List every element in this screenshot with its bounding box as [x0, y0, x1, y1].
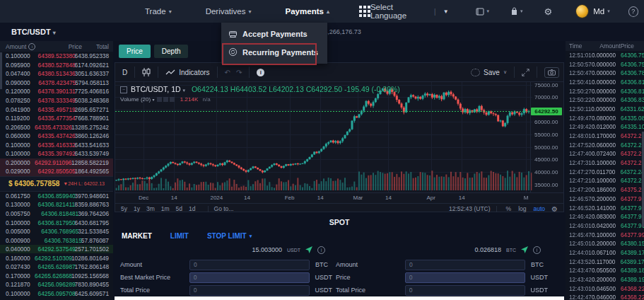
- help-icon[interactable]: ?: [628, 6, 638, 17]
- candle-style-icon[interactable]: [142, 67, 151, 77]
- orderbook-row[interactable]: 0.04740064380.5134363051.636337: [0, 69, 113, 79]
- scrollbar[interactable]: [0, 52, 2, 89]
- time-axis-label: Mar: [353, 195, 363, 201]
- axis-settings-gear-icon[interactable]: ⚙: [551, 205, 558, 213]
- orderbook-row[interactable]: 0.07825064378.3333495038.248368: [0, 96, 113, 105]
- order-amount: 0.100000: [6, 219, 38, 226]
- transfer-icon[interactable]: [521, 246, 528, 253]
- collapse-icon[interactable]: −: [120, 86, 127, 93]
- orderbook-row[interactable]: 0.20000064292.91109612858.582219: [0, 158, 113, 168]
- screenshot-camera-icon[interactable]: [544, 67, 559, 78]
- info-icon[interactable]: i: [28, 43, 35, 50]
- info-icon[interactable]: i: [533, 246, 541, 254]
- pair-selector[interactable]: BTC/USDT ▾: [11, 28, 56, 36]
- undo-icon[interactable]: ↶: [225, 69, 230, 76]
- log-scale-button[interactable]: log: [518, 205, 526, 212]
- redo-icon[interactable]: ↷: [236, 69, 242, 76]
- interval-button[interactable]: D: [122, 69, 127, 76]
- amount-input[interactable]: [405, 260, 525, 270]
- timeframe-1m[interactable]: 1m: [161, 205, 170, 212]
- orderbook-row[interactable]: 0.10000064306.8179506430.681795: [0, 218, 113, 227]
- tab-stop-limit[interactable]: STOP LIMIT▾: [207, 232, 252, 240]
- orderbook-row[interactable]: 0.10000064389.5233806438.952338: [0, 52, 113, 61]
- accept-payments-icon: [228, 30, 238, 39]
- trade-row: 12:50:410.00000064306.818481: [566, 78, 644, 87]
- orderbook-row[interactable]: 0.13000064306.8214118359.886763: [0, 200, 113, 209]
- apps-grid-icon[interactable]: [359, 6, 370, 17]
- total-price-input[interactable]: [189, 285, 310, 296]
- orderbook-row[interactable]: 0.09000064378.4234755794.058113: [0, 79, 113, 88]
- timeframe-5y[interactable]: 5y: [121, 205, 127, 212]
- tab-limit[interactable]: LIMIT: [170, 232, 189, 240]
- trade-row: 12:45:010.20000064380.153929: [566, 239, 644, 248]
- timeframe-1y[interactable]: 1y: [134, 205, 140, 212]
- tab-market[interactable]: MARKET: [122, 232, 152, 240]
- info-icon[interactable]: i: [317, 246, 325, 254]
- order-total: 3051.636337: [75, 70, 109, 77]
- orderbook-row[interactable]: 0.17000064265.62686810925.156568: [0, 272, 113, 281]
- nav-item-derivatives[interactable]: Derivatives▾: [206, 7, 252, 16]
- save-button[interactable]: Save ∨: [471, 69, 507, 76]
- assets-book-icon[interactable]: ▾: [476, 8, 490, 16]
- time-axis-label: M: [524, 195, 529, 201]
- trade-row: 12:50:470.00000064306.789952: [566, 69, 644, 78]
- orderbook-row[interactable]: 0.02743064265.6269871762.806148: [0, 262, 113, 272]
- time-axis[interactable]: Dec14202414Feb14Mar14Apr14M: [115, 192, 563, 203]
- info-icon[interactable]: i: [257, 69, 264, 76]
- user-menu[interactable]: Md ▾: [593, 7, 610, 16]
- orderbook-row[interactable]: 0.00090064306.76381557.876087: [0, 236, 113, 245]
- indicators-button[interactable]: Indicators: [165, 69, 209, 76]
- orders-bag-icon[interactable]: ▾: [510, 7, 523, 16]
- goto-button[interactable]: Go to...: [214, 205, 234, 212]
- orderbook-row[interactable]: 0.16000064292.51030910286.801649: [0, 253, 113, 262]
- payments-dropdown: Accept PaymentsRecurring Payments: [221, 23, 327, 64]
- orderbook-row[interactable]: 0.04000064292.5375492571.701502: [0, 245, 113, 254]
- order-price: 64292.911096: [35, 159, 71, 166]
- orderbook-row[interactable]: 0.06000064335.4374263860.126246: [0, 132, 113, 141]
- trade-time: 12:47:52: [569, 142, 592, 149]
- fullscreen-icon[interactable]: [522, 69, 529, 76]
- trade-row: 12:46:420.08300064377.970870: [566, 212, 644, 221]
- orderbook-row[interactable]: 0.11920064335.4773547668.788901: [0, 114, 113, 123]
- orderbook-row[interactable]: 0.00575064306.818481369.764206: [0, 209, 113, 219]
- nav-item-trade[interactable]: Trade▾: [145, 7, 172, 16]
- total-price-input[interactable]: [405, 285, 525, 296]
- orderbook-row[interactable]: 0.20650064335.47332613285.275242: [0, 122, 113, 132]
- price-input[interactable]: [405, 272, 525, 283]
- auto-scale-button[interactable]: auto: [533, 205, 545, 212]
- orderbook-row[interactable]: 0.00500064306.768965321.533845: [0, 227, 113, 236]
- trade-time: 12:50:22: [569, 97, 592, 103]
- percent-scale-button[interactable]: %: [506, 205, 512, 212]
- orderbook-row[interactable]: 0.09590064380.5278486174.092621: [0, 61, 113, 70]
- amount-input[interactable]: [189, 260, 310, 270]
- clock[interactable]: 12:52:43 (UTC): [449, 205, 491, 212]
- orderbook-row[interactable]: 0.10000064335.3974926433.539749: [0, 149, 113, 158]
- study-controls[interactable]: [156, 96, 175, 103]
- orderbook-row[interactable]: 0.02900064292.8505051864.492565: [0, 167, 113, 176]
- settings-gear-icon[interactable]: ⚙: [544, 6, 553, 17]
- time-axis-label: Apr: [426, 195, 435, 201]
- best-market-price-input[interactable]: [189, 272, 310, 283]
- menu-item-recurring-payments[interactable]: Recurring Payments: [221, 43, 327, 62]
- orderbook-row[interactable]: 0.04190064335.4957192695.657271: [0, 105, 113, 114]
- orderbook-row[interactable]: 0.12187064256.0962897830.890455: [0, 280, 113, 289]
- tab-depth[interactable]: Depth: [154, 45, 189, 58]
- nav-item-payments[interactable]: Payments▴: [286, 7, 329, 16]
- trade-row: 12:47:270.01170064372.249899: [566, 168, 644, 177]
- orderbook-row[interactable]: 0.12000064378.3901317725.406816: [0, 87, 113, 96]
- trade-history-header: Time Amount Price: [566, 41, 644, 51]
- indicators-label: Indicators: [179, 69, 209, 76]
- tab-price[interactable]: Price: [119, 45, 151, 58]
- orderbook-row[interactable]: 0.06175064306.8599403970.948601: [0, 192, 113, 201]
- menu-item-accept-payments[interactable]: Accept Payments: [221, 25, 327, 43]
- timeframe-3m[interactable]: 3m: [146, 205, 155, 212]
- avatar[interactable]: [576, 5, 588, 18]
- orderbook-row[interactable]: 0.10000064256.0957086425.609571: [0, 289, 113, 299]
- price-axis[interactable]: 75000.0070000.0060000.0055000.0050000.00…: [530, 82, 563, 192]
- order-price: 64335.473326: [35, 124, 71, 131]
- timeframe-1d[interactable]: 1d: [189, 205, 195, 212]
- language-selector[interactable]: Select Language | ▼: [370, 3, 449, 20]
- timeframe-5d[interactable]: 5d: [176, 205, 182, 212]
- transfer-icon[interactable]: [305, 246, 312, 253]
- orderbook-row[interactable]: 0.10000064335.4163326433.541633: [0, 140, 113, 149]
